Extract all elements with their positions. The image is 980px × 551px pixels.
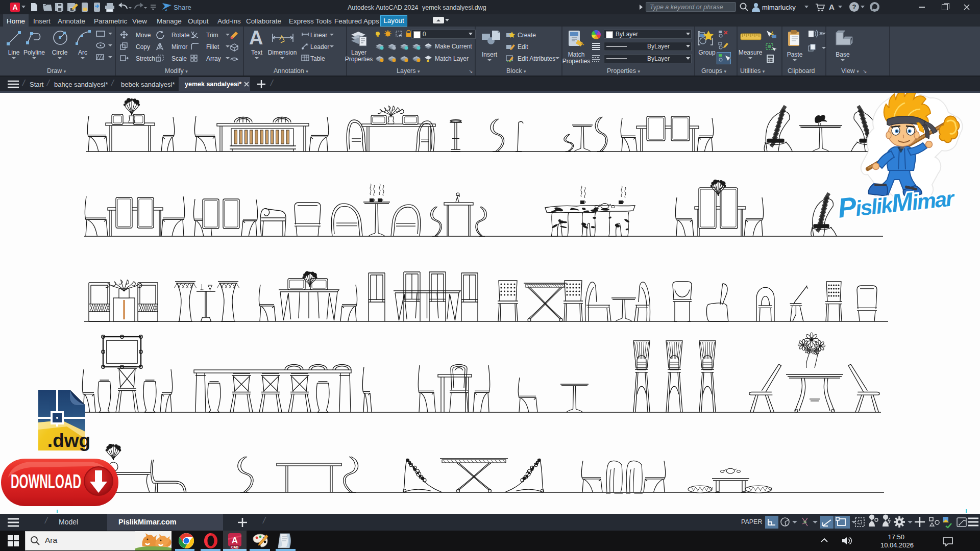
svg-text:DOWNLOAD: DOWNLOAD (11, 471, 81, 492)
svg-text:A: A (232, 536, 238, 545)
svg-text:.dwg: .dwg (47, 430, 90, 451)
svg-text:CAD: CAD (231, 545, 238, 549)
